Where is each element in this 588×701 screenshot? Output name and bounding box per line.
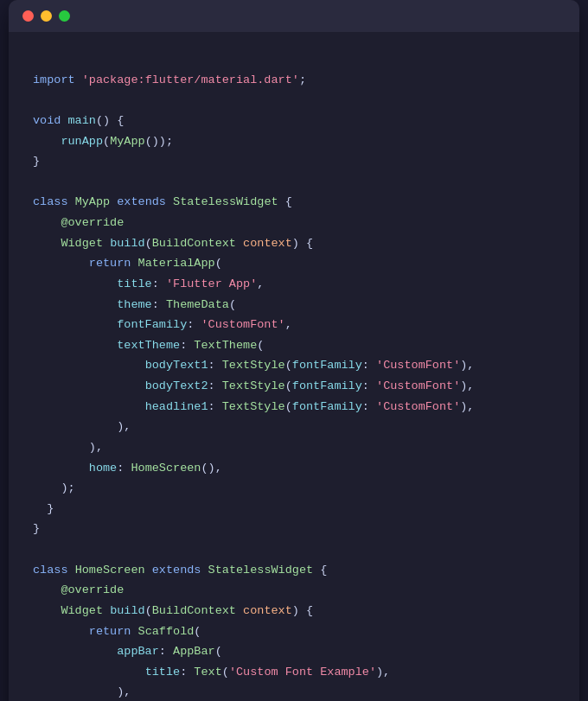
code-line-texttheme: textTheme: TextTheme(	[33, 335, 555, 356]
close-button[interactable]	[22, 10, 34, 22]
code-line-brace1: }	[33, 151, 555, 172]
code-line-blank3	[33, 172, 555, 193]
code-line-appbar-title: title: Text('Custom Font Example'),	[33, 662, 555, 683]
code-line-class-homescreen: class HomeScreen extends StatelessWidget…	[33, 560, 555, 581]
code-line-return-scaffold: return Scaffold(	[33, 621, 555, 642]
code-content: import 'package:flutter/material.dart'; …	[9, 32, 579, 701]
code-line-theme: theme: ThemeData(	[33, 295, 555, 315]
code-line-bodytext2: bodyText2: TextStyle(fontFamily: 'Custom…	[33, 376, 555, 397]
code-line-blank2	[33, 90, 555, 111]
code-line-override1: @override	[33, 213, 555, 233]
code-line-close-build1: }	[33, 499, 555, 519]
maximize-button[interactable]	[59, 10, 70, 22]
code-line-headline1: headline1: TextStyle(fontFamily: 'Custom…	[33, 397, 555, 417]
code-line-close-material: );	[33, 478, 555, 499]
code-line-return-material: return MaterialApp(	[33, 253, 555, 274]
code-editor-window: import 'package:flutter/material.dart'; …	[9, 0, 579, 701]
code-line-override2: @override	[33, 580, 555, 601]
titlebar	[9, 0, 579, 32]
code-line-blank1	[33, 49, 555, 70]
code-line-close-myapp: }	[33, 519, 555, 539]
code-line-blank4	[33, 539, 555, 560]
code-line-appbar: appBar: AppBar(	[33, 641, 555, 662]
code-line-home: home: HomeScreen(),	[33, 458, 555, 479]
code-line-bodytext1: bodyText1: TextStyle(fontFamily: 'Custom…	[33, 355, 555, 376]
code-line-runapp: runApp(MyApp());	[33, 131, 555, 152]
code-line-title: title: 'Flutter App',	[33, 274, 555, 295]
code-line-build1: Widget build(BuildContext context) {	[33, 233, 555, 254]
code-line-main: void main() {	[33, 111, 555, 131]
code-line-close-themedata: ),	[33, 437, 555, 458]
code-line-import: import 'package:flutter/material.dart';	[33, 70, 555, 91]
code-line-class-myapp: class MyApp extends StatelessWidget {	[33, 192, 555, 213]
code-line-build2: Widget build(BuildContext context) {	[33, 601, 555, 621]
code-line-close-appbar: ),	[33, 682, 555, 701]
code-line-close-texttheme: ),	[33, 417, 555, 437]
code-line-fontfamily: fontFamily: 'CustomFont',	[33, 315, 555, 335]
minimize-button[interactable]	[41, 10, 52, 22]
